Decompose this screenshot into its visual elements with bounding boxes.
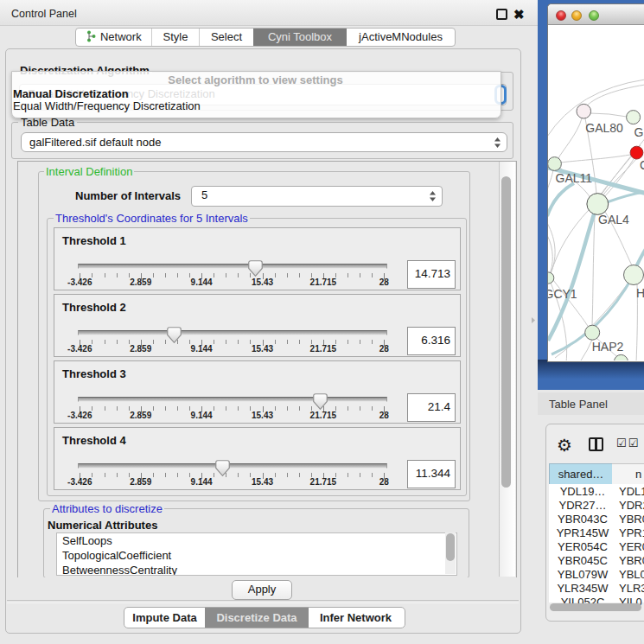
- svg-text:HAP2: HAP2: [592, 340, 624, 354]
- svg-text:H: H: [636, 286, 644, 300]
- svg-text:GAL4: GAL4: [598, 213, 629, 226]
- svg-text:GAL11: GAL11: [556, 171, 593, 185]
- svg-text:G: G: [634, 125, 644, 139]
- svg-text:C: C: [640, 158, 644, 172]
- svg-text:GCY1: GCY1: [548, 287, 577, 301]
- svg-text:GAL80: GAL80: [585, 121, 623, 135]
